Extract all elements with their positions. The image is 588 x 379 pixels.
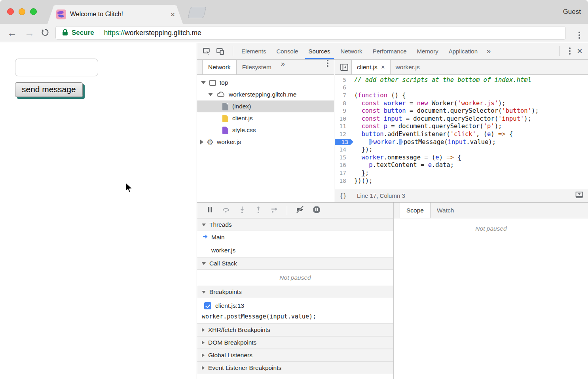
code-text: const p = document.querySelector('p'); bbox=[354, 123, 502, 130]
secure-label[interactable]: Secure bbox=[72, 29, 94, 37]
line-number[interactable]: 5 bbox=[335, 77, 350, 83]
breakpoints-section-header[interactable]: Breakpoints bbox=[197, 286, 393, 298]
navigator-more-tabs-icon[interactable]: » bbox=[277, 60, 289, 74]
tree-item-index[interactable]: (index) bbox=[197, 100, 334, 112]
tab-console[interactable]: Console bbox=[271, 43, 303, 59]
thread-worker-js[interactable]: worker.js bbox=[197, 244, 393, 257]
window-close-button[interactable] bbox=[7, 8, 14, 15]
editor-tab-close-icon[interactable]: × bbox=[381, 63, 385, 71]
chevron-down-icon[interactable] bbox=[201, 81, 206, 84]
tab-watch[interactable]: Watch bbox=[431, 203, 460, 218]
line-number[interactable]: 8 bbox=[335, 100, 350, 106]
back-icon[interactable]: ← bbox=[7, 27, 17, 38]
browser-tab-strip: Welcome to Glitch! × Guest bbox=[0, 0, 588, 24]
dom-breakpoints-section-header[interactable]: DOM Breakpoints bbox=[197, 336, 393, 349]
tab-performance[interactable]: Performance bbox=[368, 43, 412, 59]
line-number[interactable]: 14 bbox=[335, 146, 350, 153]
line-number[interactable]: 17 bbox=[335, 170, 350, 176]
send-message-button[interactable]: send message bbox=[15, 82, 83, 97]
line-number[interactable]: 6 bbox=[335, 84, 350, 91]
tab-sources[interactable]: Sources bbox=[303, 43, 336, 59]
pretty-print-icon[interactable]: {} bbox=[340, 192, 347, 199]
navigator-tab-filesystem[interactable]: Filesystem bbox=[237, 60, 277, 74]
tree-item-origin[interactable]: workerstepping.glitch.me bbox=[197, 89, 334, 100]
pause-on-exceptions-icon[interactable] bbox=[313, 206, 321, 215]
breakpoint-entry[interactable]: client.js:13 worker.postMessage(input.va… bbox=[197, 298, 393, 324]
guest-profile-label[interactable]: Guest bbox=[563, 8, 581, 16]
line-number[interactable]: 16 bbox=[335, 162, 350, 168]
line-number[interactable]: 15 bbox=[335, 154, 350, 161]
line-number[interactable]: 11 bbox=[335, 123, 350, 129]
breakpoint-code[interactable]: worker.postMessage(input.value); bbox=[197, 313, 393, 320]
chevron-right-icon[interactable] bbox=[200, 140, 203, 144]
code-token: .value); bbox=[466, 138, 496, 146]
code-token: = bbox=[406, 100, 417, 107]
breakpoint-checkbox[interactable] bbox=[204, 302, 211, 309]
tab-elements[interactable]: Elements bbox=[236, 43, 271, 59]
step-over-icon[interactable] bbox=[222, 206, 230, 215]
lock-icon[interactable] bbox=[62, 28, 68, 38]
call-stack-section-header[interactable]: Call Stack bbox=[197, 257, 393, 270]
tab-network[interactable]: Network bbox=[336, 43, 368, 59]
address-bar[interactable]: Secure https://workerstepping.glitch.me bbox=[55, 26, 566, 40]
code-line: 15 worker.onmessage = (e) => { bbox=[335, 153, 588, 161]
event-listener-breakpoints-section-header[interactable]: Event Listener Breakpoints bbox=[197, 362, 393, 374]
devtools-menu-icon[interactable] bbox=[569, 47, 571, 55]
browser-tab[interactable]: Welcome to Glitch! × bbox=[47, 5, 183, 24]
navigator-menu-icon[interactable] bbox=[327, 60, 334, 74]
step-out-icon[interactable] bbox=[254, 206, 262, 215]
step-icon[interactable] bbox=[271, 206, 279, 215]
inspect-element-icon[interactable] bbox=[203, 47, 211, 55]
code-token: 'button' bbox=[502, 107, 531, 114]
expand-panel-icon[interactable] bbox=[575, 191, 583, 200]
editor-tab-label: worker.js bbox=[396, 64, 420, 71]
thread-main[interactable]: Main bbox=[197, 231, 393, 244]
code-line: 13 worker.postMessage(input.value); bbox=[335, 138, 588, 146]
breakpoint-location[interactable]: client.js:13 bbox=[215, 302, 244, 309]
line-number[interactable]: 18 bbox=[335, 178, 350, 184]
xhr-breakpoints-section-header[interactable]: XHR/fetch Breakpoints bbox=[197, 324, 393, 336]
scope-watch-tab-bar: Scope Watch bbox=[394, 203, 588, 218]
browser-menu-icon[interactable] bbox=[579, 32, 580, 39]
new-tab-button[interactable] bbox=[188, 7, 206, 18]
editor-tab-client-js[interactable]: client.js × bbox=[351, 60, 391, 74]
message-input[interactable] bbox=[15, 59, 98, 76]
global-listeners-section-header[interactable]: Global Listeners bbox=[197, 349, 393, 362]
navigator-tab-network[interactable]: Network bbox=[202, 60, 237, 74]
tree-item-top[interactable]: top bbox=[197, 77, 334, 89]
tab-scope[interactable]: Scope bbox=[400, 203, 431, 218]
line-number[interactable]: 9 bbox=[335, 108, 350, 114]
editor-tab-worker-js[interactable]: worker.js bbox=[391, 60, 425, 74]
devtools-close-icon[interactable]: × bbox=[577, 46, 582, 56]
tree-item-worker-js[interactable]: ⚙ worker.js bbox=[197, 136, 334, 148]
tab-close-icon[interactable]: × bbox=[171, 11, 175, 18]
window-minimize-button[interactable] bbox=[19, 8, 25, 15]
tree-item-style-css[interactable]: style.css bbox=[197, 124, 334, 136]
code-token: = document.querySelector( bbox=[387, 123, 484, 130]
breakpoint-line-number[interactable]: 13 bbox=[335, 139, 353, 145]
code-line: 7(function () { bbox=[335, 91, 588, 99]
threads-section-header[interactable]: Threads bbox=[197, 218, 393, 231]
step-into-icon[interactable] bbox=[238, 206, 246, 215]
file-tree: top workerstepping.glitch.me (index) cli… bbox=[197, 75, 334, 148]
device-toolbar-icon[interactable] bbox=[216, 47, 224, 55]
line-number[interactable]: 12 bbox=[335, 131, 350, 137]
reload-icon[interactable] bbox=[41, 28, 49, 38]
deactivate-breakpoints-icon[interactable] bbox=[296, 206, 304, 215]
line-number[interactable]: 7 bbox=[335, 92, 350, 99]
collapse-navigator-icon[interactable] bbox=[337, 60, 351, 74]
inline-breakpoint-icon[interactable] bbox=[369, 139, 373, 145]
tab-memory[interactable]: Memory bbox=[412, 43, 444, 59]
pause-script-icon[interactable] bbox=[207, 206, 214, 215]
more-tabs-icon[interactable]: » bbox=[483, 47, 495, 55]
inline-breakpoint-icon[interactable] bbox=[399, 139, 403, 145]
tree-item-client-js[interactable]: client.js bbox=[197, 112, 334, 124]
code-token: ) bbox=[439, 154, 447, 161]
tree-label: style.css bbox=[232, 127, 256, 134]
chevron-down-icon[interactable] bbox=[208, 93, 213, 96]
debugger-area: Threads Main worker.js Call Stack Not pa… bbox=[197, 202, 588, 379]
line-number[interactable]: 10 bbox=[335, 116, 350, 122]
url-text[interactable]: https://workerstepping.glitch.me bbox=[104, 29, 201, 37]
tab-application[interactable]: Application bbox=[444, 43, 483, 59]
window-zoom-button[interactable] bbox=[30, 8, 37, 15]
